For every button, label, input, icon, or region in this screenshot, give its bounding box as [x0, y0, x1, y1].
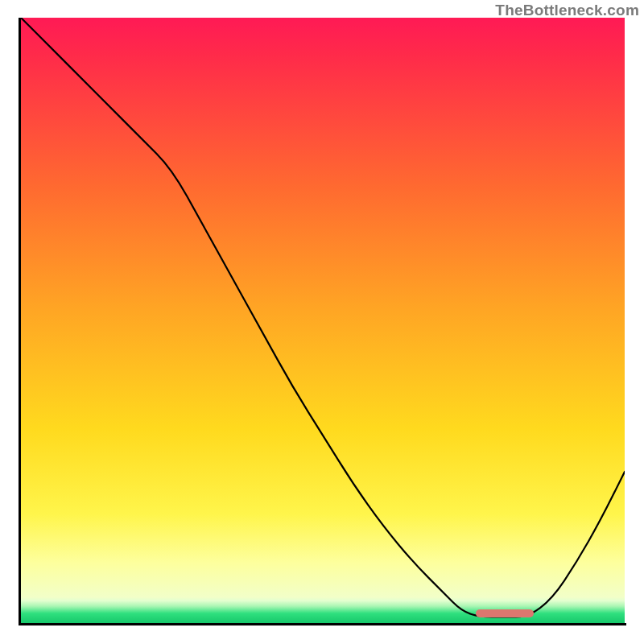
optimal-range-marker — [476, 609, 534, 617]
plot-area — [21, 18, 625, 623]
watermark-label: TheBottleneck.com — [495, 2, 639, 19]
bottleneck-curve — [21, 18, 625, 617]
curve-layer — [21, 18, 625, 623]
x-axis — [19, 623, 626, 625]
chart-container: TheBottleneck.com — [0, 0, 644, 644]
